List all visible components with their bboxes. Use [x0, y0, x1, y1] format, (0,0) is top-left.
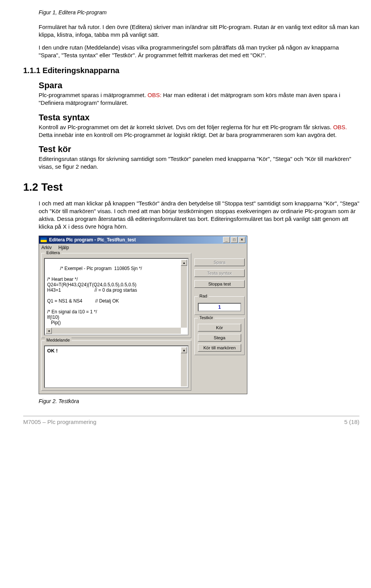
- menu-bar: Arkiv Hjälp: [39, 244, 247, 251]
- meddelande-group-label: Meddelande: [45, 338, 71, 342]
- editor-horizontal-scrollbar[interactable]: [46, 328, 181, 334]
- test-kor-paragraph: Editeringsrutan stängs för skrivning sam…: [39, 155, 359, 171]
- menu-hjalp[interactable]: Hjälp: [58, 245, 69, 250]
- rad-value-field[interactable]: 1: [198, 303, 241, 311]
- message-output[interactable]: OK !: [44, 345, 189, 388]
- stega-button[interactable]: Stega: [198, 334, 241, 342]
- testa-syntax-heading: Testa syntax: [39, 113, 359, 123]
- kor-till-markoren-button[interactable]: Kör till markören: [198, 344, 241, 352]
- kor-button[interactable]: Kör: [198, 324, 241, 332]
- obs-label-1: OBS:: [148, 92, 162, 98]
- section-1-2-heading: 1.2 Test: [23, 181, 359, 193]
- message-text: OK !: [47, 348, 58, 354]
- plc-editor-window: Editera Plc program - Plc_TestRun_test _…: [39, 236, 247, 394]
- section-1-2-paragraph: I och med att man klickar på knappen "Te…: [39, 200, 359, 231]
- rad-group-label: Rad: [198, 294, 209, 298]
- menu-arkiv[interactable]: Arkiv: [41, 245, 52, 250]
- section-1-1-1-heading: 1.1.1 Editeringsknapparna: [23, 66, 359, 75]
- figure-2-caption: Figur 2. Testköra: [39, 398, 359, 404]
- testkor-group-label: Testkör: [198, 315, 214, 320]
- testa-text-a: Kontroll av Plc-programmet om det är kor…: [39, 124, 333, 130]
- plc-code-editor[interactable]: /* Exempel - Plc program 110805 Sjn */ /…: [44, 258, 189, 335]
- testa-text-b: Detta innebär inte en kontroll om Plc-pr…: [39, 132, 337, 138]
- test-kor-heading: Test kör: [39, 144, 359, 154]
- stoppa-test-button[interactable]: Stoppa test: [194, 280, 245, 288]
- app-icon: [41, 238, 47, 242]
- window-title: Editera Plc program - Plc_TestRun_test: [49, 237, 136, 243]
- titlebar[interactable]: Editera Plc program - Plc_TestRun_test _…: [39, 236, 247, 244]
- spara-heading: Spara: [39, 80, 359, 91]
- spara-paragraph: Plc-programmet sparas i mätprogrammet. O…: [39, 91, 359, 107]
- footer-left: M7005 – Plc programmering: [23, 419, 96, 425]
- close-button[interactable]: ×: [238, 237, 245, 243]
- obs-label-2: OBS.: [333, 124, 347, 130]
- intro-paragraph-2: I den undre rutan (Meddelande) visas vil…: [39, 44, 359, 60]
- spara-button[interactable]: Spara: [194, 258, 245, 266]
- minimize-button[interactable]: _: [223, 237, 230, 243]
- spara-text-a: Plc-programmet sparas i mätprogrammet.: [39, 92, 148, 98]
- testa-syntax-button[interactable]: Testa syntax: [194, 269, 245, 277]
- testkor-group: Testkör Kör Stega Kör till markören: [194, 318, 245, 355]
- meddelande-group: Meddelande OK !: [41, 340, 191, 391]
- page-footer: M7005 – Plc programmering 5 (18): [23, 416, 359, 425]
- editera-group: Editera /* Exempel - Plc program 110805 …: [41, 253, 191, 338]
- rad-group: Rad 1: [194, 296, 245, 315]
- plc-code-text: /* Exempel - Plc program 110805 Sjn */ /…: [47, 266, 142, 325]
- maximize-button[interactable]: □: [231, 237, 238, 243]
- editera-group-label: Editera: [45, 250, 61, 255]
- figure-1-caption: Figur 1, Editera Plc-program: [39, 9, 359, 15]
- footer-right: 5 (18): [344, 419, 359, 425]
- intro-paragraph-1: Formuläret har två rutor. I den övre (Ed…: [39, 23, 359, 39]
- testa-syntax-paragraph: Kontroll av Plc-programmet om det är kor…: [39, 123, 359, 139]
- editor-vertical-scrollbar[interactable]: [181, 260, 187, 328]
- message-vertical-scrollbar[interactable]: [181, 347, 187, 386]
